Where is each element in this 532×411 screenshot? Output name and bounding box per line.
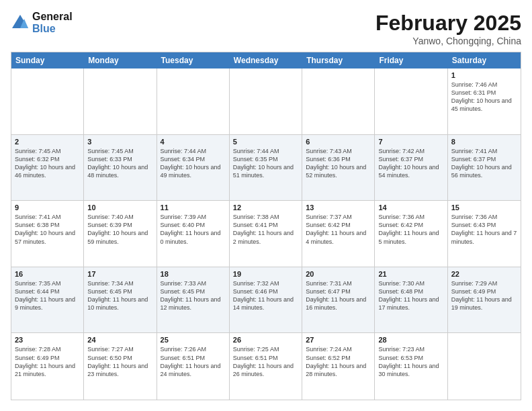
day-info-27: Sunrise: 7:24 AM Sunset: 6:52 PM Dayligh… [306, 345, 371, 378]
day-info-25: Sunrise: 7:26 AM Sunset: 6:51 PM Dayligh… [161, 345, 226, 378]
day-info-24: Sunrise: 7:27 AM Sunset: 6:50 PM Dayligh… [87, 345, 152, 378]
empty-cell-0-1 [84, 68, 157, 134]
day-number-7: 7 [378, 138, 443, 146]
day-info-28: Sunrise: 7:23 AM Sunset: 6:53 PM Dayligh… [378, 345, 443, 378]
day-info-6: Sunrise: 7:43 AM Sunset: 6:36 PM Dayligh… [306, 147, 371, 180]
empty-cell-0-0 [11, 68, 84, 134]
day-number-21: 21 [378, 270, 443, 278]
weekday-sunday: Sunday [11, 52, 84, 68]
month-title: February 2025 [375, 11, 521, 36]
title-area: February 2025 Yanwo, Chongqing, China [375, 11, 521, 46]
weekday-wednesday: Wednesday [230, 52, 302, 68]
week-row-4: 16Sunrise: 7:35 AM Sunset: 6:44 PM Dayli… [11, 267, 521, 334]
day-cell-1: 1Sunrise: 7:46 AM Sunset: 6:31 PM Daylig… [448, 68, 521, 134]
day-cell-23: 23Sunrise: 7:28 AM Sunset: 6:49 PM Dayli… [11, 333, 84, 400]
day-info-2: Sunrise: 7:45 AM Sunset: 6:32 PM Dayligh… [15, 147, 80, 180]
day-cell-11: 11Sunrise: 7:39 AM Sunset: 6:40 PM Dayli… [157, 201, 230, 267]
day-cell-27: 27Sunrise: 7:24 AM Sunset: 6:52 PM Dayli… [302, 333, 375, 400]
day-info-1: Sunrise: 7:46 AM Sunset: 6:31 PM Dayligh… [451, 81, 517, 113]
day-info-23: Sunrise: 7:28 AM Sunset: 6:49 PM Dayligh… [15, 345, 80, 378]
day-cell-3: 3Sunrise: 7:45 AM Sunset: 6:33 PM Daylig… [84, 135, 157, 201]
day-cell-12: 12Sunrise: 7:38 AM Sunset: 6:41 PM Dayli… [230, 201, 302, 267]
day-number-15: 15 [451, 203, 517, 212]
weekday-monday: Monday [84, 52, 157, 68]
weekday-thursday: Thursday [302, 52, 375, 68]
day-number-25: 25 [161, 336, 226, 344]
day-number-4: 4 [161, 138, 226, 146]
day-info-22: Sunrise: 7:29 AM Sunset: 6:49 PM Dayligh… [451, 279, 517, 312]
logo-icon [11, 13, 30, 32]
day-cell-13: 13Sunrise: 7:37 AM Sunset: 6:42 PM Dayli… [302, 201, 375, 267]
day-cell-16: 16Sunrise: 7:35 AM Sunset: 6:44 PM Dayli… [11, 267, 84, 333]
empty-cell-4-6 [448, 333, 521, 400]
day-cell-24: 24Sunrise: 7:27 AM Sunset: 6:50 PM Dayli… [84, 333, 157, 400]
day-info-21: Sunrise: 7:30 AM Sunset: 6:48 PM Dayligh… [378, 279, 443, 312]
day-cell-10: 10Sunrise: 7:40 AM Sunset: 6:39 PM Dayli… [84, 201, 157, 267]
weekday-tuesday: Tuesday [157, 52, 230, 68]
day-number-17: 17 [87, 270, 152, 278]
day-number-22: 22 [451, 270, 517, 278]
header: General Blue February 2025 Yanwo, Chongq… [11, 11, 521, 46]
day-info-17: Sunrise: 7:34 AM Sunset: 6:45 PM Dayligh… [87, 279, 152, 312]
week-row-5: 23Sunrise: 7:28 AM Sunset: 6:49 PM Dayli… [11, 333, 521, 400]
day-number-16: 16 [15, 270, 80, 278]
day-info-7: Sunrise: 7:42 AM Sunset: 6:37 PM Dayligh… [378, 147, 443, 180]
day-cell-21: 21Sunrise: 7:30 AM Sunset: 6:48 PM Dayli… [375, 267, 447, 333]
day-number-12: 12 [233, 203, 298, 212]
calendar: Sunday Monday Tuesday Wednesday Thursday… [11, 52, 521, 400]
day-number-6: 6 [306, 138, 371, 146]
day-info-26: Sunrise: 7:25 AM Sunset: 6:51 PM Dayligh… [233, 345, 298, 378]
day-number-5: 5 [233, 138, 298, 146]
empty-cell-0-5 [375, 68, 447, 134]
day-number-14: 14 [378, 203, 443, 212]
day-cell-9: 9Sunrise: 7:41 AM Sunset: 6:38 PM Daylig… [11, 201, 84, 267]
day-info-18: Sunrise: 7:33 AM Sunset: 6:45 PM Dayligh… [161, 279, 226, 312]
page: General Blue February 2025 Yanwo, Chongq… [0, 0, 532, 411]
day-number-23: 23 [15, 336, 80, 344]
day-number-1: 1 [451, 71, 517, 79]
day-cell-26: 26Sunrise: 7:25 AM Sunset: 6:51 PM Dayli… [230, 333, 302, 400]
day-cell-6: 6Sunrise: 7:43 AM Sunset: 6:36 PM Daylig… [302, 135, 375, 201]
day-info-11: Sunrise: 7:39 AM Sunset: 6:40 PM Dayligh… [161, 213, 226, 246]
subtitle: Yanwo, Chongqing, China [375, 36, 521, 46]
day-info-16: Sunrise: 7:35 AM Sunset: 6:44 PM Dayligh… [15, 279, 80, 312]
day-number-2: 2 [15, 138, 80, 146]
day-info-19: Sunrise: 7:32 AM Sunset: 6:46 PM Dayligh… [233, 279, 298, 312]
weekday-saturday: Saturday [448, 52, 521, 68]
day-cell-18: 18Sunrise: 7:33 AM Sunset: 6:45 PM Dayli… [157, 267, 230, 333]
day-number-24: 24 [87, 336, 152, 344]
day-cell-4: 4Sunrise: 7:44 AM Sunset: 6:34 PM Daylig… [157, 135, 230, 201]
day-info-5: Sunrise: 7:44 AM Sunset: 6:35 PM Dayligh… [233, 147, 298, 180]
day-cell-28: 28Sunrise: 7:23 AM Sunset: 6:53 PM Dayli… [375, 333, 447, 400]
week-row-1: 1Sunrise: 7:46 AM Sunset: 6:31 PM Daylig… [11, 68, 521, 135]
day-number-10: 10 [87, 203, 152, 212]
day-info-3: Sunrise: 7:45 AM Sunset: 6:33 PM Dayligh… [87, 147, 152, 180]
week-row-2: 2Sunrise: 7:45 AM Sunset: 6:32 PM Daylig… [11, 135, 521, 201]
day-number-9: 9 [15, 203, 80, 212]
day-number-26: 26 [233, 336, 298, 344]
weekday-friday: Friday [375, 52, 447, 68]
day-info-8: Sunrise: 7:41 AM Sunset: 6:37 PM Dayligh… [451, 147, 517, 180]
day-cell-2: 2Sunrise: 7:45 AM Sunset: 6:32 PM Daylig… [11, 135, 84, 201]
day-cell-25: 25Sunrise: 7:26 AM Sunset: 6:51 PM Dayli… [157, 333, 230, 400]
day-number-27: 27 [306, 336, 371, 344]
calendar-header: Sunday Monday Tuesday Wednesday Thursday… [11, 52, 521, 68]
day-number-13: 13 [306, 203, 371, 212]
day-info-10: Sunrise: 7:40 AM Sunset: 6:39 PM Dayligh… [87, 213, 152, 246]
day-number-11: 11 [161, 203, 226, 212]
empty-cell-0-4 [302, 68, 375, 134]
day-cell-20: 20Sunrise: 7:31 AM Sunset: 6:47 PM Dayli… [302, 267, 375, 333]
empty-cell-0-3 [230, 68, 302, 134]
day-cell-22: 22Sunrise: 7:29 AM Sunset: 6:49 PM Dayli… [448, 267, 521, 333]
logo: General Blue [11, 11, 73, 35]
day-number-28: 28 [378, 336, 443, 344]
day-cell-14: 14Sunrise: 7:36 AM Sunset: 6:42 PM Dayli… [375, 201, 447, 267]
day-cell-17: 17Sunrise: 7:34 AM Sunset: 6:45 PM Dayli… [84, 267, 157, 333]
day-number-20: 20 [306, 270, 371, 278]
day-info-14: Sunrise: 7:36 AM Sunset: 6:42 PM Dayligh… [378, 213, 443, 246]
day-info-12: Sunrise: 7:38 AM Sunset: 6:41 PM Dayligh… [233, 213, 298, 246]
empty-cell-0-2 [157, 68, 230, 134]
day-number-19: 19 [233, 270, 298, 278]
day-info-9: Sunrise: 7:41 AM Sunset: 6:38 PM Dayligh… [15, 213, 80, 246]
day-number-3: 3 [87, 138, 152, 146]
